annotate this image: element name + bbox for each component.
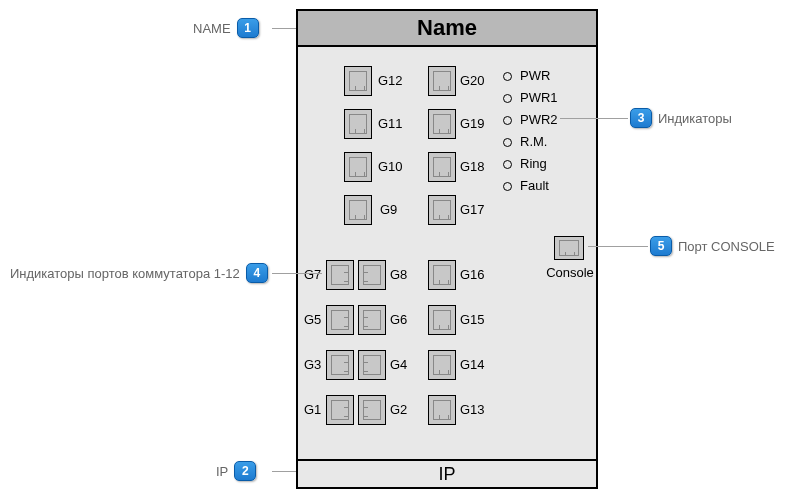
callout-5-text: Порт CONSOLE (678, 239, 775, 254)
port-g15 (428, 305, 456, 335)
console-label: Console (542, 265, 598, 280)
port-g8 (358, 260, 386, 290)
port-g1 (326, 395, 354, 425)
port-label-g14: G14 (460, 357, 485, 372)
callout-5-badge: 5 (650, 236, 672, 256)
callout-1-text: NAME (193, 21, 231, 36)
device-ip: IP (438, 464, 455, 485)
port-g13 (428, 395, 456, 425)
leader-4 (272, 273, 322, 274)
led-pwr2 (503, 116, 512, 125)
callout-4-text: Индикаторы портов коммутатора 1-12 (10, 266, 240, 281)
port-g9 (344, 195, 372, 225)
port-label-g4: G4 (390, 357, 407, 372)
led-ring (503, 160, 512, 169)
callout-2: IP 2 (216, 461, 256, 481)
led-label-pwr1: PWR1 (520, 90, 558, 105)
leader-3 (560, 118, 628, 119)
port-g18 (428, 152, 456, 182)
callout-1-badge: 1 (237, 18, 259, 38)
device-name-bar: Name (298, 11, 596, 47)
port-label-g11: G11 (378, 116, 403, 131)
leader-2 (272, 471, 296, 472)
callout-3: 3 Индикаторы (630, 108, 732, 128)
port-label-g15: G15 (460, 312, 485, 327)
port-g10 (344, 152, 372, 182)
led-label-fault: Fault (520, 178, 549, 193)
port-g20 (428, 66, 456, 96)
port-g4 (358, 350, 386, 380)
callout-5: 5 Порт CONSOLE (650, 236, 775, 256)
port-label-g19: G19 (460, 116, 485, 131)
callout-4: Индикаторы портов коммутатора 1-12 4 (10, 263, 268, 283)
port-g11 (344, 109, 372, 139)
port-g5 (326, 305, 354, 335)
port-label-g7: G7 (304, 267, 321, 282)
port-label-g3: G3 (304, 357, 321, 372)
led-pwr (503, 72, 512, 81)
led-label-rm: R.M. (520, 134, 547, 149)
port-label-g17: G17 (460, 202, 485, 217)
device-panel: Name IP G12 G11 G10 G9 G20 G19 G18 G17 G… (296, 9, 598, 489)
leader-1 (272, 28, 296, 29)
port-label-g9: G9 (380, 202, 397, 217)
led-fault (503, 182, 512, 191)
port-g7 (326, 260, 354, 290)
port-g19 (428, 109, 456, 139)
port-label-g8: G8 (390, 267, 407, 282)
led-pwr1 (503, 94, 512, 103)
port-g16 (428, 260, 456, 290)
port-label-g18: G18 (460, 159, 485, 174)
port-label-g5: G5 (304, 312, 321, 327)
port-g17 (428, 195, 456, 225)
callout-2-text: IP (216, 464, 228, 479)
port-label-g1: G1 (304, 402, 321, 417)
port-g14 (428, 350, 456, 380)
port-g12 (344, 66, 372, 96)
port-label-g20: G20 (460, 73, 485, 88)
led-rm (503, 138, 512, 147)
port-g6 (358, 305, 386, 335)
led-label-ring: Ring (520, 156, 547, 171)
callout-3-badge: 3 (630, 108, 652, 128)
leader-5 (588, 246, 648, 247)
port-label-g12: G12 (378, 73, 403, 88)
port-g2 (358, 395, 386, 425)
led-label-pwr2: PWR2 (520, 112, 558, 127)
device-ip-bar: IP (298, 459, 596, 487)
console-port (554, 236, 584, 260)
port-label-g6: G6 (390, 312, 407, 327)
callout-1: NAME 1 (193, 18, 259, 38)
port-g3 (326, 350, 354, 380)
led-label-pwr: PWR (520, 68, 550, 83)
port-label-g10: G10 (378, 159, 403, 174)
callout-2-badge: 2 (234, 461, 256, 481)
callout-3-text: Индикаторы (658, 111, 732, 126)
callout-4-badge: 4 (246, 263, 268, 283)
port-label-g2: G2 (390, 402, 407, 417)
device-name: Name (417, 15, 477, 41)
port-label-g16: G16 (460, 267, 485, 282)
port-label-g13: G13 (460, 402, 485, 417)
